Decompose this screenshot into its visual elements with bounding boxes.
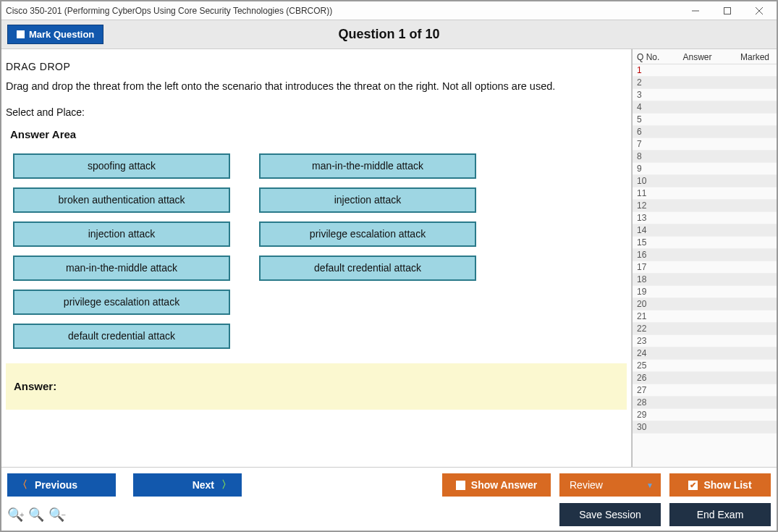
question-number: 9 bbox=[633, 164, 661, 174]
save-session-button[interactable]: Save Session bbox=[559, 503, 661, 526]
question-number: 18 bbox=[633, 274, 661, 284]
maximize-button[interactable] bbox=[711, 2, 743, 20]
question-number: 7 bbox=[633, 139, 661, 149]
question-list-row[interactable]: 6 bbox=[633, 126, 777, 138]
answer-area-heading: Answer Area bbox=[10, 128, 627, 140]
window-buttons bbox=[680, 2, 775, 20]
drop-target[interactable]: privilege escalation attack bbox=[259, 221, 476, 247]
select-and-place: Select and Place: bbox=[6, 106, 627, 118]
question-list-row[interactable]: 11 bbox=[633, 187, 777, 200]
question-list-row[interactable]: 4 bbox=[633, 101, 777, 114]
question-list-row[interactable]: 9 bbox=[633, 163, 777, 175]
question-list-row[interactable]: 18 bbox=[633, 274, 777, 286]
question-list-row[interactable]: 23 bbox=[633, 335, 777, 347]
drag-drop-area: spoofing attack broken authentication at… bbox=[13, 153, 627, 349]
question-list-row[interactable]: 13 bbox=[633, 212, 777, 224]
drag-item[interactable]: broken authentication attack bbox=[13, 187, 230, 213]
question-list-row[interactable]: 1 bbox=[633, 64, 777, 77]
next-label: Next bbox=[193, 479, 214, 491]
question-number: 4 bbox=[633, 102, 661, 112]
question-list-row[interactable]: 14 bbox=[633, 224, 777, 237]
question-list-row[interactable]: 26 bbox=[633, 372, 777, 384]
footer-bottom-row: 🔍+ 🔍 🔍− Save Session End Exam bbox=[7, 503, 771, 526]
chevron-down-icon: ▼ bbox=[646, 481, 654, 489]
question-list-row[interactable]: 7 bbox=[633, 138, 777, 151]
question-list-row[interactable]: 27 bbox=[633, 384, 777, 397]
question-list-row[interactable]: 29 bbox=[633, 409, 777, 421]
question-list-row[interactable]: 8 bbox=[633, 151, 777, 163]
drag-item[interactable]: injection attack bbox=[13, 221, 230, 247]
question-counter: Question 1 of 10 bbox=[1, 27, 777, 42]
question-number: 14 bbox=[633, 225, 661, 235]
question-list-row[interactable]: 22 bbox=[633, 323, 777, 335]
mark-question-label: Mark Question bbox=[29, 29, 94, 40]
zoom-reset-icon[interactable]: 🔍 bbox=[28, 507, 44, 523]
main-row: DRAG DROP Drag and drop the threat from … bbox=[1, 49, 777, 467]
sidebar-rows[interactable]: 1234567891011121314151617181920212223242… bbox=[633, 64, 777, 467]
question-content: DRAG DROP Drag and drop the threat from … bbox=[1, 49, 631, 410]
question-list-row[interactable]: 21 bbox=[633, 311, 777, 323]
window-title: Cisco 350-201 (Performing CyberOps Using… bbox=[6, 6, 332, 16]
question-number: 28 bbox=[633, 397, 661, 408]
drop-target-column: man-in-the-middle attack injection attac… bbox=[259, 153, 476, 349]
drop-target[interactable]: default credential attack bbox=[259, 256, 476, 281]
question-list-row[interactable]: 30 bbox=[633, 421, 777, 434]
footer: 〈 Previous Next 〉 Show Answer Review ▼ bbox=[1, 467, 777, 531]
question-list-row[interactable]: 10 bbox=[633, 175, 777, 187]
question-list-row[interactable]: 28 bbox=[633, 397, 777, 409]
question-number: 24 bbox=[633, 348, 661, 358]
review-dropdown[interactable]: Review ▼ bbox=[559, 473, 661, 497]
question-number: 16 bbox=[633, 250, 661, 260]
question-list-row[interactable]: 19 bbox=[633, 286, 777, 298]
footer-action-group: Show Answer Review ▼ ✔ Show List bbox=[442, 473, 771, 497]
mark-question-button[interactable]: Mark Question bbox=[7, 25, 103, 44]
question-number: 11 bbox=[633, 188, 661, 198]
drag-item[interactable]: default credential attack bbox=[13, 324, 230, 349]
question-number: 27 bbox=[633, 385, 661, 395]
question-number: 19 bbox=[633, 287, 661, 297]
question-scroll-area[interactable]: DRAG DROP Drag and drop the threat from … bbox=[1, 49, 632, 467]
minimize-button[interactable] bbox=[680, 2, 711, 20]
question-list-row[interactable]: 2 bbox=[633, 77, 777, 89]
drop-target[interactable]: injection attack bbox=[259, 187, 476, 213]
titlebar: Cisco 350-201 (Performing CyberOps Using… bbox=[1, 1, 777, 20]
zoom-out-icon[interactable]: 🔍− bbox=[48, 507, 65, 523]
question-list-row[interactable]: 17 bbox=[633, 261, 777, 274]
question-list-row[interactable]: 16 bbox=[633, 249, 777, 261]
end-exam-button[interactable]: End Exam bbox=[669, 503, 771, 526]
review-label: Review bbox=[570, 479, 603, 491]
show-list-label: Show List bbox=[703, 479, 751, 491]
col-qno: Q No. bbox=[633, 52, 661, 62]
question-number: 6 bbox=[633, 127, 661, 137]
question-list-row[interactable]: 3 bbox=[633, 89, 777, 101]
question-list-row[interactable]: 25 bbox=[633, 360, 777, 372]
question-list-row[interactable]: 24 bbox=[633, 347, 777, 360]
zoom-in-icon[interactable]: 🔍+ bbox=[7, 507, 24, 523]
drop-target[interactable]: man-in-the-middle attack bbox=[259, 153, 476, 179]
question-list-row[interactable]: 5 bbox=[633, 114, 777, 126]
question-number: 8 bbox=[633, 151, 661, 161]
question-list-row[interactable]: 15 bbox=[633, 237, 777, 249]
close-button[interactable] bbox=[743, 2, 775, 20]
next-button[interactable]: Next 〉 bbox=[133, 473, 242, 497]
zoom-controls: 🔍+ 🔍 🔍− bbox=[7, 507, 66, 523]
question-list-row[interactable]: 12 bbox=[633, 200, 777, 212]
question-number: 29 bbox=[633, 410, 661, 420]
question-number: 2 bbox=[633, 77, 661, 88]
question-list-sidebar: Q No. Answer Marked 12345678910111213141… bbox=[632, 49, 777, 467]
question-number: 30 bbox=[633, 422, 661, 432]
drag-item[interactable]: spoofing attack bbox=[13, 153, 230, 179]
question-number: 3 bbox=[633, 90, 661, 100]
drag-item[interactable]: privilege escalation attack bbox=[13, 290, 230, 315]
question-number: 17 bbox=[633, 262, 661, 272]
question-number: 25 bbox=[633, 360, 661, 371]
question-list-row[interactable]: 20 bbox=[633, 298, 777, 311]
question-number: 13 bbox=[633, 213, 661, 223]
drag-item[interactable]: man-in-the-middle attack bbox=[13, 256, 230, 281]
show-list-button[interactable]: ✔ Show List bbox=[669, 473, 771, 497]
previous-button[interactable]: 〈 Previous bbox=[7, 473, 116, 497]
question-number: 20 bbox=[633, 299, 661, 309]
drag-source-column: spoofing attack broken authentication at… bbox=[13, 153, 230, 349]
header-row: Mark Question Question 1 of 10 bbox=[1, 20, 777, 49]
show-answer-button[interactable]: Show Answer bbox=[442, 473, 551, 497]
